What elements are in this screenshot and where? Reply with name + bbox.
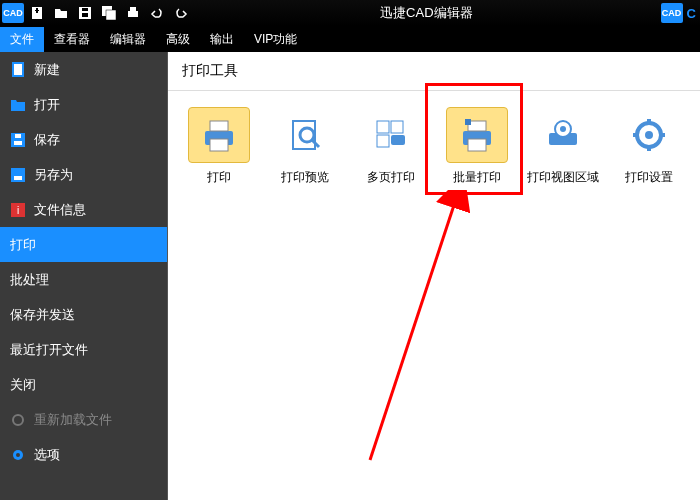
sidebar-item-label: 最近打开文件 xyxy=(10,341,88,359)
sidebar-item-close[interactable]: 关闭 xyxy=(0,367,167,402)
app-icon: CAD xyxy=(2,3,24,23)
tool-label: 打印设置 xyxy=(625,169,673,186)
cad-badge-icon: CAD xyxy=(661,3,683,23)
title-bar: CAD 迅捷CAD编辑器 CAD C xyxy=(0,0,700,26)
sidebar-item-label: 重新加载文件 xyxy=(34,411,112,429)
file-info-icon: i xyxy=(10,202,26,218)
content-area: 打印工具 打印 打印预览 多页打印 批量打印 打印视图区域 xyxy=(168,52,700,500)
sidebar-item-batch[interactable]: 批处理 xyxy=(0,262,167,297)
qat-print-icon[interactable] xyxy=(122,3,144,23)
sidebar-item-open[interactable]: 打开 xyxy=(0,87,167,122)
svg-rect-30 xyxy=(377,135,389,147)
svg-point-40 xyxy=(645,131,653,139)
content-header: 打印工具 xyxy=(168,52,700,91)
printer-icon xyxy=(199,115,239,155)
gear-icon xyxy=(10,447,26,463)
tool-label: 打印预览 xyxy=(281,169,329,186)
multipage-print-icon xyxy=(371,115,411,155)
tool-multipage-print[interactable]: 多页打印 xyxy=(350,107,432,186)
file-new-icon xyxy=(10,62,26,78)
sidebar-item-new[interactable]: 新建 xyxy=(0,52,167,87)
svg-point-38 xyxy=(560,126,566,132)
sidebar-item-label: 新建 xyxy=(34,61,60,79)
svg-rect-11 xyxy=(14,64,22,75)
qat-save-icon[interactable] xyxy=(74,3,96,23)
save-as-icon xyxy=(10,167,26,183)
svg-rect-5 xyxy=(82,8,88,11)
svg-rect-14 xyxy=(15,134,21,138)
save-icon xyxy=(10,132,26,148)
tool-label: 批量打印 xyxy=(453,169,501,186)
svg-rect-34 xyxy=(465,119,471,125)
svg-rect-13 xyxy=(14,141,22,145)
svg-point-21 xyxy=(16,453,20,457)
sidebar-item-label: 保存 xyxy=(34,131,60,149)
tool-print-area[interactable]: 打印视图区域 xyxy=(522,107,604,186)
menutab-vip[interactable]: VIP功能 xyxy=(244,27,307,52)
print-area-icon xyxy=(543,115,583,155)
tool-print[interactable]: 打印 xyxy=(178,107,260,186)
batch-print-icon xyxy=(457,115,497,155)
svg-rect-35 xyxy=(468,139,486,151)
menutab-advanced[interactable]: 高级 xyxy=(156,27,200,52)
tool-print-settings[interactable]: 打印设置 xyxy=(608,107,690,186)
print-tools-row: 打印 打印预览 多页打印 批量打印 打印视图区域 打印设置 xyxy=(168,91,700,202)
svg-text:i: i xyxy=(17,205,19,216)
svg-rect-31 xyxy=(391,135,405,145)
sidebar-item-label: 打印 xyxy=(10,236,36,254)
svg-rect-16 xyxy=(14,176,22,180)
print-settings-icon xyxy=(629,115,669,155)
tool-print-preview[interactable]: 打印预览 xyxy=(264,107,346,186)
svg-point-19 xyxy=(13,415,23,425)
sidebar-item-label: 保存并发送 xyxy=(10,306,75,324)
sidebar-item-save[interactable]: 保存 xyxy=(0,122,167,157)
sidebar-item-label: 关闭 xyxy=(10,376,36,394)
svg-rect-25 xyxy=(293,121,315,149)
svg-rect-7 xyxy=(106,10,116,20)
sidebar-item-options[interactable]: 选项 xyxy=(0,437,167,472)
sidebar-item-label: 打开 xyxy=(34,96,60,114)
sidebar-item-label: 批处理 xyxy=(10,271,49,289)
qat-saveas-icon[interactable] xyxy=(98,3,120,23)
menutab-file[interactable]: 文件 xyxy=(0,27,44,52)
tool-label: 打印 xyxy=(207,169,231,186)
menutab-editor[interactable]: 编辑器 xyxy=(100,27,156,52)
svg-rect-24 xyxy=(210,139,228,151)
print-preview-icon xyxy=(285,115,325,155)
qat-new-icon[interactable] xyxy=(26,3,48,23)
folder-open-icon xyxy=(10,97,26,113)
sidebar-item-label: 另存为 xyxy=(34,166,73,184)
sidebar-item-save-send[interactable]: 保存并发送 xyxy=(0,297,167,332)
svg-rect-28 xyxy=(377,121,389,133)
sidebar-item-reload: 重新加载文件 xyxy=(0,402,167,437)
tool-label: 多页打印 xyxy=(367,169,415,186)
sidebar-item-recent[interactable]: 最近打开文件 xyxy=(0,332,167,367)
svg-rect-23 xyxy=(210,121,228,131)
menu-bar: 文件 查看器 编辑器 高级 输出 VIP功能 xyxy=(0,26,700,52)
titlebar-right-letter: C xyxy=(687,6,696,21)
menutab-output[interactable]: 输出 xyxy=(200,27,244,52)
qat-open-icon[interactable] xyxy=(50,3,72,23)
qat-redo-icon[interactable] xyxy=(170,3,192,23)
sidebar-item-label: 文件信息 xyxy=(34,201,86,219)
titlebar-left-group: CAD xyxy=(0,3,192,23)
tool-batch-print[interactable]: 批量打印 xyxy=(436,107,518,186)
menutab-viewer[interactable]: 查看器 xyxy=(44,27,100,52)
sidebar-item-label: 选项 xyxy=(34,446,60,464)
tool-label: 打印视图区域 xyxy=(527,169,599,186)
reload-icon xyxy=(10,412,26,428)
svg-rect-4 xyxy=(82,13,88,17)
sidebar-item-print[interactable]: 打印 xyxy=(0,227,167,262)
window-title: 迅捷CAD编辑器 xyxy=(192,4,661,22)
svg-rect-8 xyxy=(128,11,138,17)
svg-rect-9 xyxy=(130,7,136,11)
titlebar-right-group: CAD C xyxy=(661,3,700,23)
svg-rect-2 xyxy=(36,8,38,13)
file-sidebar: 新建 打开 保存 另存为 i文件信息 打印 批处理 保存并发送 最近打开文件 关… xyxy=(0,52,168,500)
sidebar-item-fileinfo[interactable]: i文件信息 xyxy=(0,192,167,227)
sidebar-item-saveas[interactable]: 另存为 xyxy=(0,157,167,192)
qat-undo-icon[interactable] xyxy=(146,3,168,23)
svg-rect-29 xyxy=(391,121,403,133)
